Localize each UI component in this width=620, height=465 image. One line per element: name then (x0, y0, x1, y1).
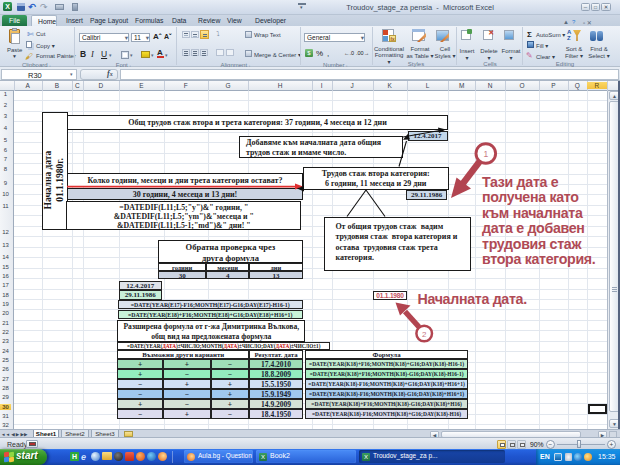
svg-text:2: 2 (422, 330, 427, 339)
svg-text:1: 1 (483, 149, 488, 159)
